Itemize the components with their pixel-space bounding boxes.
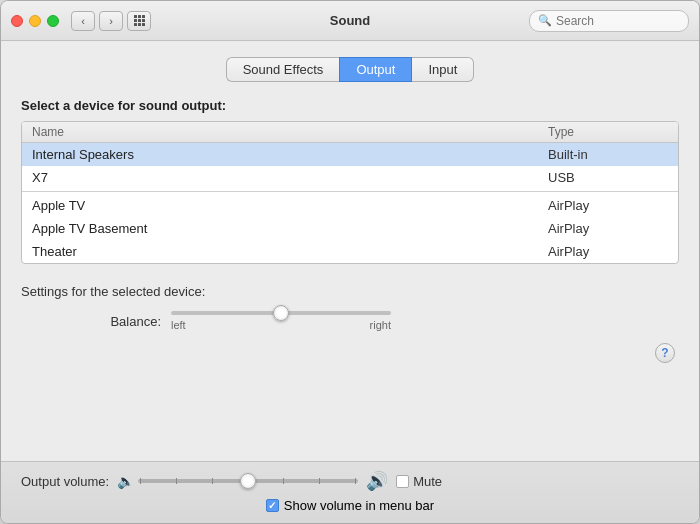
settings-section: Settings for the selected device: Balanc…	[21, 284, 679, 335]
device-type: AirPlay	[548, 221, 668, 236]
forward-button[interactable]: ›	[99, 11, 123, 31]
grid-button[interactable]	[127, 11, 151, 31]
device-type: Built-in	[548, 147, 668, 162]
content-area: Sound Effects Output Input Select a devi…	[1, 41, 699, 461]
search-icon: 🔍	[538, 14, 552, 27]
table-row[interactable]: Apple TV Basement AirPlay	[22, 217, 678, 240]
tab-input[interactable]: Input	[412, 57, 474, 82]
device-name: Apple TV	[32, 198, 548, 213]
traffic-lights	[11, 15, 59, 27]
speaker-quiet-icon: 🔈	[117, 473, 134, 489]
mute-section: Mute	[396, 474, 442, 489]
volume-slider-container	[138, 479, 358, 483]
table-row[interactable]: Theater AirPlay	[22, 240, 678, 263]
balance-right-label: right	[370, 319, 391, 331]
tab-output[interactable]: Output	[339, 57, 412, 82]
device-type: AirPlay	[548, 244, 668, 259]
balance-left-label: left	[171, 319, 186, 331]
show-volume-label: Show volume in menu bar	[284, 498, 434, 513]
volume-track	[138, 479, 358, 483]
settings-label: Settings for the selected device:	[21, 284, 679, 299]
back-icon: ‹	[81, 15, 85, 27]
col-type-header: Type	[548, 125, 668, 139]
balance-thumb[interactable]	[273, 305, 289, 321]
show-volume-row: Show volume in menu bar	[21, 498, 679, 513]
balance-row: Balance: left right	[81, 311, 679, 331]
titlebar: ‹ › Sound 🔍	[1, 1, 699, 41]
search-box[interactable]: 🔍	[529, 10, 689, 32]
grid-icon	[134, 15, 145, 26]
mute-label: Mute	[413, 474, 442, 489]
speaker-loud-icon: 🔊	[366, 470, 388, 492]
main-window: ‹ › Sound 🔍 Sound Effects Output Input	[0, 0, 700, 524]
device-type: AirPlay	[548, 198, 668, 213]
device-name: Internal Speakers	[32, 147, 548, 162]
forward-icon: ›	[109, 15, 113, 27]
device-name: Theater	[32, 244, 548, 259]
back-button[interactable]: ‹	[71, 11, 95, 31]
col-name-header: Name	[32, 125, 548, 139]
balance-track	[171, 311, 391, 315]
volume-row: Output volume: 🔈 🔊	[21, 470, 679, 492]
window-title: Sound	[330, 13, 370, 28]
help-row: ?	[21, 343, 679, 363]
tab-sound-effects[interactable]: Sound Effects	[226, 57, 340, 82]
mute-checkbox[interactable]	[396, 475, 409, 488]
close-button[interactable]	[11, 15, 23, 27]
volume-thumb[interactable]	[240, 473, 256, 489]
table-row[interactable]: Apple TV AirPlay	[22, 194, 678, 217]
maximize-button[interactable]	[47, 15, 59, 27]
table-row[interactable]: Internal Speakers Built-in	[22, 143, 678, 166]
show-volume-checkbox[interactable]	[266, 499, 279, 512]
tab-bar: Sound Effects Output Input	[21, 57, 679, 82]
device-name: Apple TV Basement	[32, 221, 548, 236]
table-header: Name Type	[22, 122, 678, 143]
bottom-bar: Output volume: 🔈 🔊	[1, 461, 699, 523]
table-row[interactable]: X7 USB	[22, 166, 678, 189]
help-button[interactable]: ?	[655, 343, 675, 363]
device-table: Name Type Internal Speakers Built-in X7 …	[21, 121, 679, 264]
device-name: X7	[32, 170, 548, 185]
search-input[interactable]	[556, 14, 680, 28]
minimize-button[interactable]	[29, 15, 41, 27]
balance-label: Balance:	[81, 314, 161, 329]
balance-slider-container: left right	[171, 311, 391, 331]
output-volume-label: Output volume:	[21, 474, 109, 489]
table-divider	[22, 191, 678, 192]
device-type: USB	[548, 170, 668, 185]
nav-buttons: ‹ ›	[71, 11, 123, 31]
section-heading: Select a device for sound output:	[21, 98, 679, 113]
